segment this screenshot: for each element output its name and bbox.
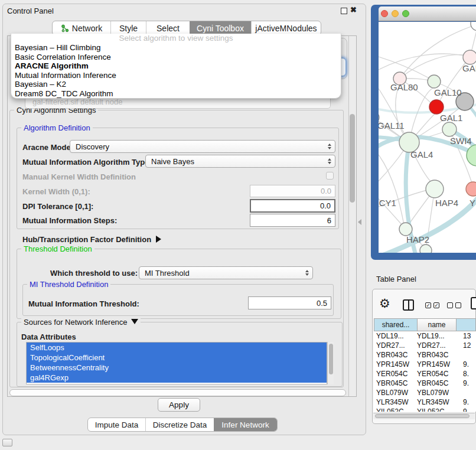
dpi-tolerance-field[interactable]: 0.0	[250, 199, 335, 213]
node-label: GAL10	[434, 87, 462, 97]
settings-hscrollbar[interactable]	[9, 389, 346, 396]
node-label: GAL11	[379, 120, 405, 131]
list-item[interactable]: SelfLoops	[27, 343, 327, 353]
table-row[interactable]: YLR345WYLR345W9.	[374, 397, 476, 407]
node-label: GAL4	[410, 149, 433, 159]
tab-discretize-data[interactable]: Discretize Data	[145, 418, 214, 431]
list-item[interactable]: BetweennessCentrality	[27, 363, 327, 373]
network-graph: GAL GAL80 GAL10 GAL1 GAL11 SWI4 GAL4 GCY…	[379, 22, 476, 253]
network-node-swi4[interactable]	[442, 122, 457, 136]
tab-impute-data[interactable]: Impute Data	[88, 418, 145, 431]
node-label: SWI4	[450, 136, 472, 146]
table-row[interactable]: YBR043CYBR043C	[374, 350, 476, 360]
splitter-handle[interactable]	[358, 219, 361, 225]
column-header-shared-name[interactable]: shared...	[374, 318, 418, 331]
aracne-mode-label: Aracne Mode:	[22, 143, 73, 152]
tab-infer-network[interactable]: Infer Network	[214, 418, 277, 431]
node-label: Y	[470, 198, 475, 208]
table-header: shared... name	[374, 318, 476, 331]
network-node-hap2[interactable]	[399, 223, 412, 236]
gear-icon[interactable]: ⚙	[379, 297, 390, 309]
which-threshold-combo[interactable]: MI Threshold	[139, 266, 313, 279]
popup-item[interactable]: Bayesian – Hill Climbing	[11, 43, 341, 53]
tab-network[interactable]: Network	[53, 21, 110, 35]
popup-item[interactable]: Bayesian – K2	[11, 80, 341, 89]
popup-item[interactable]: Basic Correlation Inference	[11, 53, 341, 62]
network-node[interactable]	[420, 244, 432, 253]
unchecked-checkbox-icon	[447, 302, 453, 308]
network-canvas[interactable]: GAL GAL80 GAL10 GAL1 GAL11 SWI4 GAL4 GCY…	[379, 22, 476, 253]
kernel-width-label: Kernel Width (0,1):	[22, 187, 90, 196]
settings-vscrollbar[interactable]	[348, 36, 356, 396]
which-threshold-label: Which threshold to use:	[50, 269, 138, 278]
mi-steps-label: Mutual Information Steps:	[22, 216, 117, 225]
tab-style[interactable]: Style	[110, 21, 146, 35]
mi-steps-field[interactable]: 6	[250, 214, 335, 227]
column-header-name[interactable]: name	[418, 318, 457, 331]
column-header-partial[interactable]	[457, 318, 476, 331]
apply-button[interactable]: Apply	[158, 398, 200, 412]
network-node[interactable]	[466, 182, 476, 196]
list-item[interactable]: TopologicalCoefficient	[27, 353, 327, 363]
network-tab-icon	[61, 24, 69, 32]
list-item[interactable]: gal4RGexp	[27, 373, 327, 383]
tab-select[interactable]: Select	[146, 21, 190, 35]
columns-icon[interactable]	[403, 299, 414, 311]
aracne-mode-combo[interactable]: Discovery	[70, 140, 335, 153]
table-row[interactable]: YDR27...YDR27...12	[374, 341, 476, 350]
tab-label: Network	[72, 24, 102, 33]
combo-spinner-icon	[305, 270, 309, 276]
attributes-list-scrollbar[interactable]	[327, 342, 334, 384]
table-hscrollbar-thumb[interactable]	[375, 414, 470, 418]
zoom-window-icon[interactable]	[402, 10, 409, 17]
float-window-icon[interactable]	[341, 8, 347, 14]
mi-threshold-field[interactable]: 0.5	[248, 296, 331, 309]
export-table-icon[interactable]	[471, 297, 476, 309]
sources-legend[interactable]: Sources for Network Inference	[21, 318, 141, 327]
table-row[interactable]: YDL19...YDL19...13	[374, 331, 476, 341]
manual-kernel-label: Manual Kernel Width Definition	[22, 172, 136, 181]
network-node-gal10[interactable]	[428, 75, 441, 88]
popup-item[interactable]: Mutual Information Inference	[11, 71, 341, 80]
manual-kernel-checkbox[interactable]	[326, 172, 334, 180]
checked-checkbox-icon: ✓	[425, 302, 431, 308]
mi-type-label: Mutual Information Algorithm Type:	[22, 158, 152, 167]
deselect-all-columns-icon[interactable]	[447, 302, 461, 308]
table-row[interactable]: YBL079WYBL079W	[374, 388, 476, 397]
node-label: GAL1	[440, 113, 462, 123]
minimize-window-icon[interactable]	[392, 10, 399, 17]
popup-item-selected[interactable]: ARACNE Algorithm	[11, 61, 341, 71]
dpi-tolerance-label: DPI Tolerance [0,1]:	[22, 202, 93, 211]
network-node-gal1[interactable]	[429, 100, 444, 114]
close-panel-icon[interactable]: ✖	[350, 5, 357, 14]
minimized-panel-icon[interactable]	[2, 439, 12, 446]
settings-vscrollbar-thumb[interactable]	[350, 114, 355, 203]
table-row[interactable]: YPR145WYPR145W9.	[374, 360, 476, 369]
kernel-width-field[interactable]: 0.0	[250, 185, 335, 197]
checked-checkbox-icon: ✓	[433, 302, 439, 308]
close-window-icon[interactable]	[381, 10, 388, 17]
mi-type-combo[interactable]: Naive Bayes	[145, 155, 335, 168]
network-node-hap4[interactable]	[426, 180, 444, 198]
algorithm-dropdown-popup: Select algorithm to view settings Bayesi…	[11, 34, 341, 99]
network-node[interactable]	[463, 50, 476, 64]
threshold-definition-legend: Threshold Definition	[21, 244, 94, 253]
cyni-bottom-tabbar: Impute Data Discretize Data Infer Networ…	[87, 418, 278, 432]
table-row[interactable]: YER054CYER054C8.	[374, 369, 476, 379]
hub-section-toggle[interactable]: Hub/Transcription Factor Definition	[22, 235, 161, 244]
mi-threshold-label: Mutual Information Threshold:	[28, 299, 139, 308]
popup-item[interactable]: Dream8 DC_TDC Algorithm	[11, 89, 341, 99]
data-attributes-label: Data Attributes	[21, 332, 76, 341]
collapse-down-icon	[131, 319, 138, 324]
tab-cyni-toolbox[interactable]: Cyni Toolbox	[190, 21, 251, 35]
combo-spinner-icon	[328, 144, 331, 149]
network-node[interactable]	[471, 22, 476, 31]
node-label: HAP2	[406, 234, 429, 244]
node-label: GCY1	[379, 198, 396, 208]
tab-jactivemnodules[interactable]: jActiveMNodules	[251, 21, 321, 35]
network-node[interactable]	[467, 145, 476, 166]
table-row[interactable]: YBR045CYBR045C9.	[374, 379, 476, 388]
attributes-list-scrollbar-thumb[interactable]	[329, 344, 333, 374]
select-all-columns-icon[interactable]: ✓ ✓	[425, 302, 439, 308]
table-row[interactable]: YIL052CYIL052C9.	[374, 407, 476, 412]
